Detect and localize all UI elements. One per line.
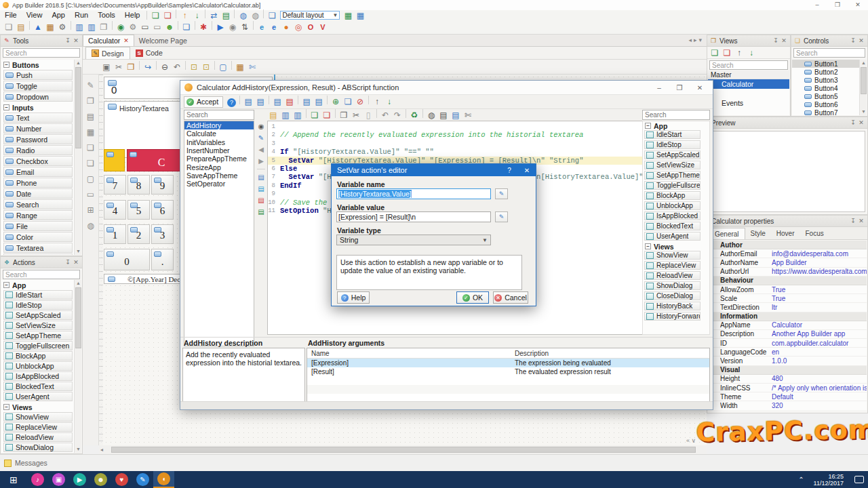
tree-item-button7[interactable]: Button7 (792, 108, 867, 115)
group-header-app[interactable]: −App (1, 280, 81, 290)
digit-button-7[interactable]: 7 (104, 175, 126, 195)
property-row-version[interactable]: Version1.0.0 (713, 357, 867, 365)
collapse-icon[interactable]: − (3, 62, 9, 68)
emulator-icon[interactable]: ❏ (181, 22, 192, 33)
function-search-input[interactable] (184, 110, 254, 120)
snapshot-icon[interactable]: ▦ (235, 61, 245, 73)
publish-icon[interactable]: ▲ (33, 22, 43, 33)
notification-icon[interactable] (854, 476, 864, 483)
property-value[interactable]: https://www.davidesperalta.com/ (772, 268, 867, 275)
property-row-id[interactable]: IDcom.appbuilder.calculator (713, 339, 867, 348)
view-up-icon[interactable]: ↑ (734, 47, 745, 58)
edge-browser-icon[interactable]: e (269, 22, 279, 33)
tree-item-button4[interactable]: Button4 (792, 84, 867, 92)
action-isappblocked[interactable]: IsAppBlocked (3, 371, 73, 381)
order-up-icon[interactable]: ❏ (85, 142, 96, 153)
close-icon[interactable]: ✕ (72, 37, 80, 44)
tree-item-button5[interactable]: Button5 (792, 92, 867, 100)
tab-calculator[interactable]: Calculator✕ (83, 35, 134, 46)
select-icon[interactable]: ▣ (101, 61, 112, 73)
position-icon[interactable]: ▭ (85, 188, 96, 200)
opera-browser-icon[interactable]: O (305, 22, 316, 33)
android-icon[interactable]: ☻ (164, 22, 175, 33)
dialog-action-replaceview[interactable]: ReplaceView (644, 261, 701, 270)
dialog-action-idlestart[interactable]: IdleStart (644, 130, 701, 139)
tool-select[interactable]: Select (3, 253, 73, 255)
function-item-resizeapp[interactable]: ResizeApp (184, 163, 254, 171)
dialog-action-isappblocked[interactable]: IsAppBlocked (644, 211, 701, 220)
link-icon[interactable]: ↪ (142, 61, 153, 73)
action-showview[interactable]: ShowView (3, 412, 73, 422)
digit-button-5[interactable]: 5 (127, 200, 150, 220)
tool-textarea[interactable]: Textarea (3, 243, 73, 253)
outdent-icon[interactable]: ▤ (255, 96, 266, 108)
action-unblockapp[interactable]: UnblockApp (3, 361, 73, 371)
sort-icon[interactable]: ⇅ (239, 22, 250, 33)
tool-password[interactable]: Password (3, 134, 73, 144)
collapse-icon[interactable]: − (645, 243, 651, 249)
menu-app[interactable]: App (47, 11, 70, 19)
variable-type-select[interactable]: String▼ (336, 235, 491, 245)
maximize-button[interactable]: ❐ (669, 84, 690, 92)
tree-item-button1[interactable]: Button1 (792, 60, 867, 68)
cut-icon[interactable]: ✂ (351, 109, 361, 121)
run-icon[interactable]: ▶ (215, 22, 226, 33)
action-setapptheme[interactable]: SetAppTheme (3, 331, 73, 340)
digit-button-3[interactable]: 3 (151, 224, 174, 244)
copy-icon[interactable]: ❐ (98, 22, 109, 33)
code-line-3[interactable]: 3 (268, 140, 700, 148)
delete-line-icon[interactable]: ▤ (284, 96, 295, 108)
dialog-actions-search-input[interactable] (642, 110, 710, 120)
layout-save-icon[interactable]: ▦ (342, 9, 353, 21)
swap-icon[interactable]: ▤ (313, 96, 324, 108)
collapse-icon[interactable]: − (3, 104, 9, 110)
taskbar-store-app[interactable]: ♥ (111, 471, 132, 488)
controls-scrollbar[interactable]: ▲▼ (859, 60, 867, 115)
outline-icon[interactable]: ✎ (85, 79, 96, 91)
function-item-setoperator[interactable]: SetOperator (184, 180, 254, 188)
layout-manage-icon[interactable]: ▦ (355, 9, 366, 21)
lock-icon[interactable]: ⊡ (189, 61, 199, 73)
tool-phone[interactable]: Phone (3, 178, 73, 188)
tool-date[interactable]: Date (3, 188, 73, 199)
stop-icon[interactable]: ◉ (227, 22, 238, 33)
tree-item-button3[interactable]: Button3 (792, 76, 867, 84)
tree-item-button6[interactable]: Button6 (792, 100, 867, 108)
argument-row[interactable]: [Result]The evaluated expression result (307, 367, 709, 376)
size-icon[interactable]: ▢ (85, 173, 96, 184)
action-setviewsize[interactable]: SetViewSize (3, 321, 73, 330)
refresh-icon[interactable]: ♻ (409, 109, 420, 121)
function-item-insertnumber[interactable]: InsertNumber (184, 146, 254, 155)
menu-tools[interactable]: Tools (93, 11, 120, 19)
ok-button[interactable]: ✓OK (456, 291, 489, 304)
group-header-views[interactable]: −Views (1, 402, 81, 412)
close-button[interactable]: ✕ (690, 84, 710, 92)
taskbar-notes-app[interactable]: ✎ (132, 471, 153, 488)
property-group-author[interactable]: Author (713, 241, 867, 249)
operator-button[interactable] (104, 149, 125, 171)
clock[interactable]: 16:25 11/12/2017 (814, 473, 844, 487)
menu-run[interactable]: Run (70, 11, 93, 19)
maximize-button[interactable]: ❐ (827, 0, 848, 9)
new-window-icon[interactable]: ❏ (150, 9, 161, 21)
property-value[interactable]: True (772, 286, 867, 293)
dialog-help-icon[interactable]: ? (227, 98, 236, 107)
function-item-calculate[interactable]: Calculate (184, 129, 254, 138)
syntax-error-icon[interactable]: ❏ (321, 109, 332, 121)
next-icon[interactable]: ▶ (256, 156, 266, 166)
save-all-icon[interactable]: ▥ (86, 22, 97, 33)
redo-icon[interactable]: ↷ (392, 109, 403, 121)
minimize-button[interactable]: – (807, 0, 827, 9)
action-useragent[interactable]: UserAgent (3, 392, 73, 401)
dialog-action-unblockapp[interactable]: UnblockApp (644, 201, 701, 210)
settings-icon[interactable]: ⚙ (57, 22, 68, 33)
tool-text[interactable]: Text (3, 113, 73, 123)
tray-chevron-icon[interactable]: ⌃ (798, 476, 804, 483)
property-row-scale[interactable]: ScaleTrue (713, 294, 867, 303)
close-icon[interactable]: ✕ (857, 218, 865, 224)
pin-icon[interactable]: ↧ (64, 259, 72, 266)
decimal-button[interactable]: . (151, 249, 174, 270)
pin-icon[interactable]: ↧ (849, 119, 857, 126)
views-search-input[interactable] (709, 60, 788, 70)
tool-dropdown[interactable]: Dropdown (3, 92, 73, 102)
